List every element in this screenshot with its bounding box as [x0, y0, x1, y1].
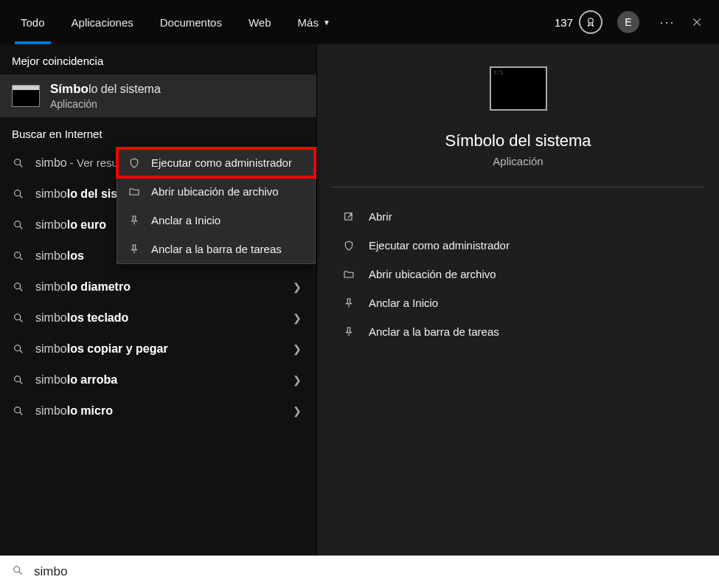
more-options-button[interactable]: ··· [653, 15, 682, 30]
svg-point-7 [15, 345, 21, 351]
suggestion-text: simbolo micro [35, 404, 113, 418]
action-label: Anclar a la barra de tareas [369, 325, 499, 338]
web-search-suggestion[interactable]: simbolo arroba❯ [0, 364, 316, 395]
cmd-icon [12, 85, 40, 107]
search-icon [12, 219, 25, 231]
tab-web[interactable]: Web [235, 0, 285, 44]
search-icon [12, 312, 25, 324]
close-button[interactable] [682, 16, 712, 28]
svg-point-2 [15, 190, 21, 196]
search-icon [12, 157, 25, 169]
svg-point-3 [15, 221, 21, 227]
shield-icon [342, 240, 355, 252]
tab-label: Web [249, 16, 271, 29]
action-label: Abrir ubicación de archivo [369, 268, 496, 280]
rewards-points: 137 [555, 16, 573, 29]
suggestion-text: simbolo diametro [35, 280, 131, 294]
suggestion-text: simbolo euro [35, 218, 106, 232]
tab-apps[interactable]: Aplicaciones [58, 0, 147, 44]
avatar-letter: E [625, 16, 631, 28]
action-label: Anclar a Inicio [369, 297, 438, 309]
svg-point-1 [15, 159, 21, 165]
user-avatar[interactable]: E [617, 11, 639, 33]
action-open[interactable]: Abrir [332, 202, 704, 231]
best-match-result[interactable]: Símbolo del sistema Aplicación [0, 75, 316, 117]
pin-icon [342, 326, 355, 338]
web-search-suggestion[interactable]: simbolos teclado❯ [0, 302, 316, 333]
web-search-suggestion[interactable]: simbolos copiar y pegar❯ [0, 333, 316, 364]
ctx-pin-to-start[interactable]: Anclar a Inicio [117, 206, 315, 235]
web-search-suggestion[interactable]: simbolo diametro❯ [0, 271, 316, 302]
action-pin-to-start[interactable]: Anclar a Inicio [332, 288, 704, 317]
preview-subtitle: Aplicación [493, 155, 543, 167]
pin-icon [128, 215, 141, 226]
chevron-down-icon: ▼ [323, 18, 330, 27]
ctx-pin-to-taskbar[interactable]: Anclar a la barra de tareas [117, 235, 315, 263]
search-icon [12, 250, 25, 262]
tab-more[interactable]: Más ▼ [285, 0, 344, 44]
shield-icon [128, 157, 141, 169]
suggestion-text: simbolo arroba [35, 373, 117, 387]
search-icon [12, 564, 24, 579]
rewards-indicator[interactable]: 137 [555, 10, 602, 34]
svg-point-8 [15, 376, 21, 382]
action-open-file-location[interactable]: Abrir ubicación de archivo [332, 260, 704, 288]
svg-point-6 [15, 314, 21, 320]
close-icon [691, 16, 703, 28]
svg-point-0 [588, 18, 594, 24]
cmd-icon-large [490, 66, 547, 111]
search-icon [12, 405, 25, 417]
ctx-item-label: Ejecutar como administrador [151, 156, 292, 169]
action-label: Ejecutar como administrador [369, 239, 510, 252]
search-filter-tabs: Todo Aplicaciones Documentos Web Más ▼ 1… [0, 0, 719, 44]
suggestion-text: simbolos copiar y pegar [35, 342, 168, 356]
folder-icon [128, 186, 141, 198]
folder-icon [342, 269, 355, 280]
tab-label: Más [298, 16, 319, 29]
internet-search-header: Buscar en Internet [0, 117, 316, 148]
suggestion-text: simbolos teclado [35, 311, 128, 325]
chevron-right-icon: ❯ [293, 281, 305, 293]
preview-panel: Símbolo del sistema Aplicación Abrir Eje… [316, 44, 719, 556]
search-icon [12, 343, 25, 355]
search-bar[interactable] [0, 556, 719, 588]
chevron-right-icon: ❯ [293, 405, 305, 417]
preview-title: Símbolo del sistema [445, 131, 591, 151]
suggestion-text: simbolos [35, 249, 84, 263]
search-icon [12, 188, 25, 200]
tab-label: Documentos [160, 16, 222, 29]
divider [332, 187, 704, 187]
search-input[interactable] [34, 564, 707, 579]
best-match-header: Mejor coincidencia [0, 44, 316, 75]
open-icon [342, 211, 355, 223]
ctx-item-label: Abrir ubicación de archivo [151, 185, 279, 198]
pin-icon [128, 243, 141, 255]
action-pin-to-taskbar[interactable]: Anclar a la barra de tareas [332, 317, 704, 346]
search-icon [12, 374, 25, 386]
best-match-subtitle: Aplicación [50, 98, 161, 110]
chevron-right-icon: ❯ [293, 374, 305, 386]
search-icon [12, 281, 25, 293]
context-menu: Ejecutar como administrador Abrir ubicac… [117, 148, 316, 264]
svg-point-11 [14, 567, 20, 573]
best-match-title: Símbolo del sistema [50, 82, 161, 97]
web-search-suggestion[interactable]: simbolo micro❯ [0, 395, 316, 426]
svg-point-5 [15, 283, 21, 289]
medal-icon [579, 10, 602, 34]
chevron-right-icon: ❯ [293, 312, 305, 324]
tab-label: Aplicaciones [72, 16, 133, 29]
ctx-run-as-admin[interactable]: Ejecutar como administrador [117, 148, 315, 177]
action-label: Abrir [369, 210, 392, 223]
tab-docs[interactable]: Documentos [147, 0, 235, 44]
chevron-right-icon: ❯ [293, 343, 305, 355]
ctx-open-file-location[interactable]: Abrir ubicación de archivo [117, 177, 315, 206]
svg-point-4 [15, 252, 21, 258]
ctx-item-label: Anclar a Inicio [151, 214, 220, 226]
svg-point-9 [15, 407, 21, 413]
ctx-item-label: Anclar a la barra de tareas [151, 243, 282, 255]
results-panel: Mejor coincidencia Símbolo del sistema A… [0, 44, 316, 556]
tab-all[interactable]: Todo [7, 0, 58, 44]
tab-label: Todo [21, 16, 45, 29]
pin-icon [342, 297, 355, 309]
action-run-as-admin[interactable]: Ejecutar como administrador [332, 231, 704, 260]
